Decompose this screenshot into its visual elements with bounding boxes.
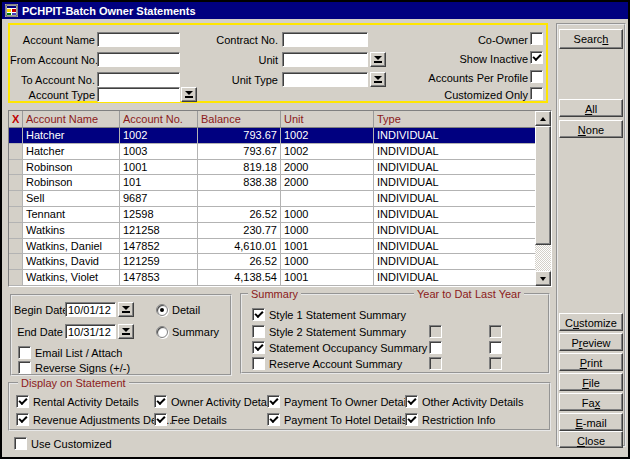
fee-details-checkbox[interactable] — [154, 413, 167, 426]
table-header-unit[interactable]: Unit — [281, 111, 374, 128]
cell-unit[interactable]: 1000 — [281, 254, 374, 270]
row-selector[interactable] — [9, 128, 23, 144]
cell-type[interactable]: INDIVIDUAL — [374, 239, 535, 255]
table-row[interactable]: Watkins, David 121259 26.52 1000 INDIVID… — [9, 254, 535, 270]
cell-account-name[interactable]: Hatcher — [23, 128, 120, 144]
cell-type[interactable]: INDIVIDUAL — [374, 191, 535, 207]
detail-radio[interactable] — [156, 304, 168, 316]
all-button[interactable]: All — [559, 99, 623, 117]
cell-account-no[interactable]: 101 — [120, 175, 198, 191]
table-row[interactable]: Robinson 1001 819.18 2000 INDIVIDUAL — [9, 160, 535, 176]
cell-account-no[interactable]: 147853 — [120, 270, 198, 286]
cell-unit[interactable]: 1002 — [281, 128, 374, 144]
email-button[interactable]: E-mail — [559, 413, 623, 431]
row-selector[interactable] — [9, 175, 23, 191]
scroll-thumb[interactable] — [535, 126, 551, 245]
cell-unit[interactable] — [281, 191, 374, 207]
style1-summary-checkbox[interactable] — [252, 308, 265, 321]
reserve-lastyear-checkbox[interactable] — [489, 357, 502, 370]
preview-button[interactable]: Preview — [559, 333, 623, 351]
account-type-input[interactable] — [97, 87, 180, 102]
table-header-account-no[interactable]: Account No. — [120, 111, 198, 128]
cell-account-name[interactable]: Sell — [23, 191, 120, 207]
occupancy-summary-checkbox[interactable] — [252, 341, 265, 354]
scroll-down-button[interactable] — [535, 271, 551, 286]
cell-account-name[interactable]: Hatcher — [23, 144, 120, 160]
cell-account-no[interactable]: 1003 — [120, 144, 198, 160]
customize-button[interactable]: Customize — [559, 313, 623, 331]
contract-no-input[interactable] — [282, 32, 368, 47]
none-button[interactable]: None — [559, 120, 623, 138]
cell-account-no[interactable]: 1002 — [120, 128, 198, 144]
style2-ytd-checkbox[interactable] — [429, 325, 442, 338]
print-button[interactable]: Print — [559, 353, 623, 371]
table-row[interactable]: Hatcher 1002 793.67 1002 INDIVIDUAL — [9, 128, 535, 144]
payment-to-owner-checkbox[interactable] — [267, 395, 280, 408]
search-button[interactable]: Search — [559, 29, 623, 49]
table-row[interactable]: Watkins, Daniel 147852 4,610.01 1001 IND… — [9, 239, 535, 255]
cell-balance[interactable]: 793.67 — [198, 144, 281, 160]
close-button[interactable]: Close — [559, 431, 623, 448]
accounts-per-profile-checkbox[interactable] — [530, 70, 543, 83]
cell-account-no[interactable]: 1001 — [120, 160, 198, 176]
cell-type[interactable]: INDIVIDUAL — [374, 128, 535, 144]
begin-date-dropdown-button[interactable] — [118, 302, 134, 317]
table-row[interactable]: Robinson 101 838.38 2000 INDIVIDUAL — [9, 175, 535, 191]
cell-balance[interactable]: 838.38 — [198, 175, 281, 191]
cell-type[interactable]: INDIVIDUAL — [374, 254, 535, 270]
table-row[interactable]: Sell 9687 INDIVIDUAL — [9, 191, 535, 207]
table-header-selector[interactable]: X — [9, 111, 23, 128]
cell-balance[interactable]: 819.18 — [198, 160, 281, 176]
account-type-dropdown-button[interactable] — [181, 87, 197, 102]
reserve-ytd-checkbox[interactable] — [429, 357, 442, 370]
cell-account-name[interactable]: Robinson — [23, 160, 120, 176]
end-date-input[interactable] — [65, 324, 116, 339]
cell-balance[interactable] — [198, 191, 281, 207]
cell-type[interactable]: INDIVIDUAL — [374, 270, 535, 286]
cell-type[interactable]: INDIVIDUAL — [374, 223, 535, 239]
file-button[interactable]: File — [559, 373, 623, 391]
restriction-info-checkbox[interactable] — [405, 413, 418, 426]
cell-unit[interactable]: 1001 — [281, 270, 374, 286]
use-customized-checkbox[interactable] — [14, 437, 27, 450]
cell-type[interactable]: INDIVIDUAL — [374, 175, 535, 191]
cell-account-no[interactable]: 147852 — [120, 239, 198, 255]
end-date-dropdown-button[interactable] — [118, 324, 134, 339]
cell-balance[interactable]: 26.52 — [198, 254, 281, 270]
row-selector[interactable] — [9, 223, 23, 239]
cell-account-no[interactable]: 12598 — [120, 207, 198, 223]
unit-input[interactable] — [282, 52, 368, 67]
cell-account-name[interactable]: Watkins, Violet — [23, 270, 120, 286]
cell-account-no[interactable]: 121258 — [120, 223, 198, 239]
row-selector[interactable] — [9, 191, 23, 207]
unit-type-input[interactable] — [282, 72, 368, 87]
reverse-signs-checkbox[interactable] — [18, 361, 31, 374]
owner-activity-checkbox[interactable] — [154, 395, 167, 408]
title-bar[interactable]: PCHPIT-Batch Owner Statements — [2, 2, 628, 19]
cell-unit[interactable]: 2000 — [281, 175, 374, 191]
cell-account-name[interactable]: Watkins, David — [23, 254, 120, 270]
table-row[interactable]: Watkins 121258 230.77 1000 INDIVIDUAL — [9, 223, 535, 239]
table-row[interactable]: Tennant 12598 26.52 1000 INDIVIDUAL — [9, 207, 535, 223]
table-header-account-name[interactable]: Account Name — [23, 111, 120, 128]
cell-unit[interactable]: 1001 — [281, 239, 374, 255]
co-owner-checkbox[interactable] — [530, 32, 543, 45]
begin-date-input[interactable] — [65, 302, 116, 317]
cell-type[interactable]: INDIVIDUAL — [374, 207, 535, 223]
cell-account-name[interactable]: Tennant — [23, 207, 120, 223]
row-selector[interactable] — [9, 239, 23, 255]
table-header-balance[interactable]: Balance — [198, 111, 281, 128]
cell-unit[interactable]: 1002 — [281, 144, 374, 160]
table-header-type[interactable]: Type — [374, 111, 535, 128]
summary-radio[interactable] — [156, 326, 168, 338]
cell-balance[interactable]: 26.52 — [198, 207, 281, 223]
cell-balance[interactable]: 793.67 — [198, 128, 281, 144]
row-selector[interactable] — [9, 144, 23, 160]
row-selector[interactable] — [9, 270, 23, 286]
row-selector[interactable] — [9, 160, 23, 176]
cell-account-name[interactable]: Robinson — [23, 175, 120, 191]
revenue-adjustments-checkbox[interactable] — [16, 413, 29, 426]
other-activity-checkbox[interactable] — [405, 395, 418, 408]
table-row[interactable]: Watkins, Violet 147853 4,138.54 1001 IND… — [9, 270, 535, 286]
table-scrollbar[interactable] — [535, 111, 551, 286]
